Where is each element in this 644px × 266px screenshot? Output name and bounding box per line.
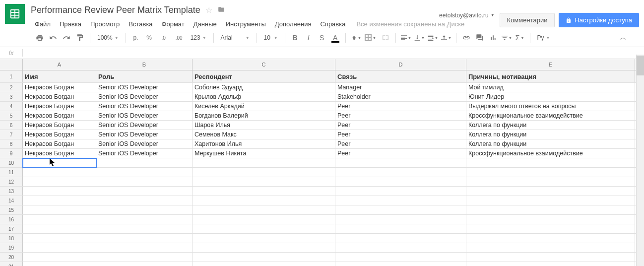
cell[interactable]: Роль	[96, 70, 193, 82]
cell[interactable]	[466, 234, 635, 243]
column-header-D[interactable]: D	[335, 59, 466, 70]
strikethrough-button[interactable]: S	[316, 32, 328, 44]
cell[interactable]: Респондент	[193, 70, 335, 82]
table-row[interactable]: 9Некрасов БогданSenior iOS DeveloperМерк…	[0, 149, 644, 158]
cell[interactable]	[23, 158, 96, 167]
cell[interactable]	[23, 234, 96, 243]
cell[interactable]: Шаров Илья	[193, 121, 335, 130]
spreadsheet-grid[interactable]: A B C D E 1ИмяРольРеспондентСвязьПричины…	[0, 59, 644, 266]
currency-button[interactable]: р.	[130, 32, 142, 44]
table-row[interactable]: 10	[0, 158, 644, 168]
row-header[interactable]: 8	[0, 139, 23, 148]
zoom-dropdown[interactable]: 100%▼	[94, 32, 122, 44]
cell[interactable]: Выдержал много ответов на вопросы	[466, 102, 635, 111]
bold-button[interactable]: B	[289, 32, 301, 44]
cell[interactable]: Кроссфункциональное взаимодействие	[466, 149, 635, 158]
cell[interactable]: Коллега по функции	[466, 130, 635, 139]
cell[interactable]	[335, 205, 466, 214]
cell[interactable]	[23, 253, 96, 262]
italic-button[interactable]: I	[303, 32, 315, 44]
document-title[interactable]: Performance Review Peer Matrix Template	[31, 5, 200, 15]
row-header[interactable]: 10	[0, 158, 23, 167]
cell[interactable]	[23, 215, 96, 224]
fill-color-button[interactable]: ▼	[350, 32, 362, 44]
menu-insert[interactable]: Вставка	[125, 18, 156, 30]
cell[interactable]: Peer	[335, 102, 466, 111]
redo-icon[interactable]	[61, 32, 72, 44]
cell[interactable]: Manager	[335, 83, 466, 92]
cell[interactable]	[466, 224, 635, 233]
table-row[interactable]: 12	[0, 177, 644, 187]
cell[interactable]: Некрасов Богдан	[23, 130, 96, 139]
undo-icon[interactable]	[47, 32, 59, 44]
menu-view[interactable]: Просмотр	[86, 18, 124, 30]
star-icon[interactable]: ☆	[205, 5, 212, 15]
cell[interactable]: Senior iOS Developer	[96, 83, 193, 92]
cell[interactable]	[193, 196, 335, 205]
select-all-corner[interactable]	[0, 59, 23, 70]
cell[interactable]: Senior iOS Developer	[96, 121, 193, 130]
cell[interactable]	[23, 187, 96, 196]
cell[interactable]: Мой тимлид	[466, 83, 635, 92]
cell[interactable]	[466, 158, 635, 167]
cell[interactable]	[193, 253, 335, 262]
row-header[interactable]: 5	[0, 111, 23, 120]
cell[interactable]: Peer	[335, 121, 466, 130]
cell[interactable]	[193, 243, 335, 252]
font-size-dropdown[interactable]: 10▼	[261, 32, 281, 44]
column-header-E[interactable]: E	[466, 59, 635, 70]
menu-tools[interactable]: Инструменты	[222, 18, 270, 30]
cell[interactable]	[96, 158, 193, 167]
cell[interactable]: Некрасов Богдан	[23, 121, 96, 130]
row-header[interactable]: 20	[0, 253, 23, 262]
cell[interactable]: Senior iOS Developer	[96, 102, 193, 111]
cell[interactable]	[193, 234, 335, 243]
decrease-decimal-button[interactable]: .0	[157, 32, 171, 44]
row-header[interactable]: 19	[0, 243, 23, 252]
table-row[interactable]: 15	[0, 205, 644, 215]
menu-help[interactable]: Справка	[316, 18, 349, 30]
cell[interactable]	[23, 224, 96, 233]
menu-edit[interactable]: Правка	[56, 18, 85, 30]
menu-file[interactable]: Файл	[31, 18, 55, 30]
cell[interactable]: Некрасов Богдан	[23, 139, 96, 148]
cell[interactable]	[335, 196, 466, 205]
cell[interactable]	[96, 215, 193, 224]
insert-comment-icon[interactable]	[474, 32, 486, 44]
insert-link-icon[interactable]	[460, 32, 472, 44]
cell[interactable]	[466, 187, 635, 196]
table-row[interactable]: 16	[0, 215, 644, 224]
increase-decimal-button[interactable]: .00	[172, 32, 186, 44]
cell[interactable]	[466, 243, 635, 252]
cell[interactable]	[96, 196, 193, 205]
horizontal-align-button[interactable]: ▼	[400, 32, 412, 44]
borders-button[interactable]: ▼	[363, 32, 378, 44]
cell[interactable]: Коллега по функции	[466, 121, 635, 130]
cell[interactable]: Peer	[335, 139, 466, 148]
cell[interactable]	[96, 253, 193, 262]
cell[interactable]: Senior iOS Developer	[96, 92, 193, 101]
cell[interactable]: Senior iOS Developer	[96, 111, 193, 120]
cell[interactable]	[466, 205, 635, 214]
cell[interactable]: Причины, мотивация	[466, 70, 635, 82]
cell[interactable]	[335, 243, 466, 252]
cell[interactable]	[193, 205, 335, 214]
table-row[interactable]: 20	[0, 253, 644, 262]
cell[interactable]: Некрасов Богдан	[23, 92, 96, 101]
vertical-align-button[interactable]: ▼	[413, 32, 425, 44]
paint-format-icon[interactable]	[74, 32, 86, 44]
table-row[interactable]: 7Некрасов БогданSenior iOS DeveloperСеме…	[0, 130, 644, 139]
comments-button[interactable]: Комментарии	[500, 13, 555, 27]
table-row[interactable]: 13	[0, 187, 644, 196]
row-header[interactable]: 6	[0, 121, 23, 130]
cell[interactable]: Некрасов Богдан	[23, 102, 96, 111]
cell[interactable]	[335, 234, 466, 243]
account-email[interactable]: eetolstoy@avito.ru ▼	[439, 12, 494, 19]
formula-input[interactable]	[23, 47, 644, 59]
filter-icon[interactable]: ▼	[501, 32, 513, 44]
row-header[interactable]: 18	[0, 234, 23, 243]
cell[interactable]	[335, 253, 466, 262]
cell[interactable]: Некрасов Богдан	[23, 83, 96, 92]
row-header[interactable]: 13	[0, 187, 23, 196]
cell[interactable]	[335, 168, 466, 177]
